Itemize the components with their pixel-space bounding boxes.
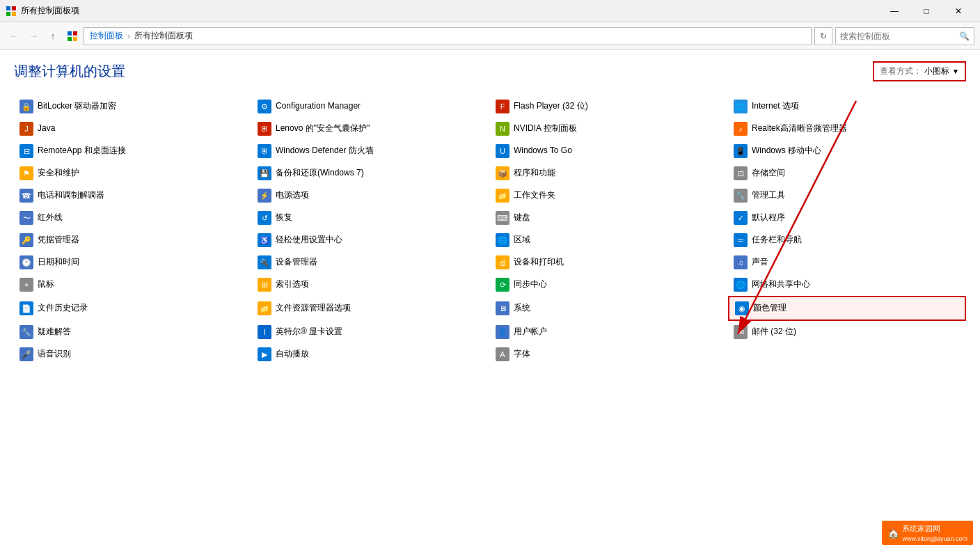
control-item[interactable]: ⚙ Configuration Manager bbox=[252, 95, 490, 118]
control-item[interactable]: ♿ 轻松使用设置中心 bbox=[252, 229, 490, 251]
svg-rect-1 bbox=[12, 6, 16, 10]
item-label: 系统 bbox=[514, 303, 530, 314]
control-item[interactable]: ⚑ 安全和维护 bbox=[14, 162, 252, 184]
control-item[interactable]: ⊡ 存储空间 bbox=[728, 162, 966, 184]
control-item[interactable]: ✉ 邮件 (32 位) bbox=[728, 321, 966, 343]
svg-text:◉: ◉ bbox=[738, 304, 745, 313]
breadcrumb-controlpanel[interactable]: 控制面板 bbox=[90, 30, 123, 42]
item-label: Internet 选项 bbox=[752, 101, 799, 112]
svg-text:📱: 📱 bbox=[736, 146, 745, 156]
control-item[interactable]: ⟳ 同步中心 bbox=[490, 274, 728, 296]
svg-text:♪: ♪ bbox=[738, 125, 743, 133]
control-item[interactable]: J Java bbox=[14, 118, 252, 140]
item-label: 日期和时间 bbox=[38, 257, 79, 268]
control-item[interactable]: I 英特尔® 显卡设置 bbox=[252, 321, 490, 343]
item-label: 程序和功能 bbox=[514, 168, 555, 179]
refresh-button[interactable]: ↻ bbox=[814, 27, 832, 45]
control-item[interactable]: 🖨 设备和打印机 bbox=[490, 251, 728, 274]
control-item[interactable]: ✓ 默认程序 bbox=[728, 207, 966, 229]
control-item[interactable]: 🔒 BitLocker 驱动器加密 bbox=[14, 95, 252, 118]
control-item[interactable]: F Flash Player (32 位) bbox=[490, 95, 728, 118]
control-item[interactable]: N NVIDIA 控制面板 bbox=[490, 118, 728, 140]
view-selector[interactable]: 查看方式： 小图标 ▼ bbox=[873, 61, 966, 81]
item-icon: ⌨ bbox=[496, 211, 509, 225]
item-label: 英特尔® 显卡设置 bbox=[276, 326, 342, 338]
control-item[interactable]: 📦 程序和功能 bbox=[490, 162, 728, 184]
close-button[interactable]: ✕ bbox=[942, 0, 974, 22]
control-item[interactable]: 📄 文件历史记录 bbox=[14, 296, 252, 321]
control-item[interactable]: 🔑 凭据管理器 bbox=[14, 229, 252, 251]
control-item[interactable]: ⛨ Windows Defender 防火墙 bbox=[252, 140, 490, 162]
control-item[interactable]: 📁 工作文件夹 bbox=[490, 184, 728, 207]
svg-text:🔑: 🔑 bbox=[22, 235, 31, 245]
control-item[interactable]: 🖥 系统 bbox=[490, 296, 728, 321]
item-icon: 🎤 bbox=[19, 347, 33, 361]
title-bar-text: 所有控制面板项 bbox=[21, 5, 878, 17]
control-item[interactable]: ▶ 自动播放 bbox=[252, 343, 490, 365]
item-icon: 🕐 bbox=[19, 255, 33, 269]
svg-text:⚑: ⚑ bbox=[23, 169, 30, 178]
item-icon: 📁 bbox=[258, 301, 271, 315]
control-item[interactable]: A 字体 bbox=[490, 343, 728, 365]
window-icon bbox=[6, 6, 17, 17]
item-icon: 🔧 bbox=[734, 189, 748, 203]
control-item[interactable]: ◉ 颜色管理 bbox=[728, 296, 966, 321]
svg-text:🌐: 🌐 bbox=[736, 102, 745, 111]
breadcrumb-allitems[interactable]: 所有控制面板项 bbox=[134, 30, 193, 42]
control-item[interactable]: ⌖ 鼠标 bbox=[14, 274, 252, 296]
item-label: 网络和共享中心 bbox=[752, 279, 810, 290]
control-item[interactable]: 📱 Windows 移动中心 bbox=[728, 140, 966, 162]
item-icon: 📦 bbox=[496, 166, 509, 180]
control-item[interactable]: 📁 文件资源管理器选项 bbox=[252, 296, 490, 321]
control-item[interactable]: ♪ Realtek高清晰音频管理器 bbox=[728, 118, 966, 140]
control-item[interactable]: 🔌 设备管理器 bbox=[252, 251, 490, 274]
svg-text:⊡: ⊡ bbox=[738, 169, 744, 178]
control-item[interactable]: ☎ 电话和调制解调器 bbox=[14, 184, 252, 207]
item-icon: ⛨ bbox=[258, 144, 271, 158]
item-icon: ♫ bbox=[734, 255, 748, 269]
control-item[interactable]: 🎤 语音识别 bbox=[14, 343, 252, 365]
control-item[interactable]: ↺ 恢复 bbox=[252, 207, 490, 229]
control-item[interactable]: 🕐 日期和时间 bbox=[14, 251, 252, 274]
control-item[interactable]: 〜 红外线 bbox=[14, 207, 252, 229]
control-item[interactable]: 🌐 区域 bbox=[490, 229, 728, 251]
svg-rect-6 bbox=[68, 37, 72, 41]
control-item[interactable]: 💾 备份和还原(Windows 7) bbox=[252, 162, 490, 184]
item-label: 任务栏和导航 bbox=[752, 235, 802, 246]
control-item[interactable]: 🌐 网络和共享中心 bbox=[728, 274, 966, 296]
home-button[interactable] bbox=[64, 28, 81, 45]
up-button[interactable]: ↑ bbox=[45, 28, 61, 45]
control-item[interactable]: 👤 用户帐户 bbox=[490, 321, 728, 343]
svg-text:💾: 💾 bbox=[260, 168, 269, 178]
control-item[interactable]: ═ 任务栏和导航 bbox=[728, 229, 966, 251]
control-item[interactable]: U Windows To Go bbox=[490, 140, 728, 162]
control-item[interactable]: 🔧 管理工具 bbox=[728, 184, 966, 207]
address-box[interactable]: 控制面板 › 所有控制面板项 bbox=[84, 27, 812, 45]
control-item[interactable]: ♫ 声音 bbox=[728, 251, 966, 274]
item-label: 备份和还原(Windows 7) bbox=[276, 168, 364, 179]
svg-text:⌨: ⌨ bbox=[497, 214, 508, 222]
minimize-button[interactable]: — bbox=[878, 0, 910, 22]
control-item[interactable]: ⛨ Lenovo 的"安全气囊保护" bbox=[252, 118, 490, 140]
item-label: 设备和打印机 bbox=[514, 257, 564, 268]
item-label: 设备管理器 bbox=[276, 257, 317, 268]
control-item[interactable]: ⌨ 键盘 bbox=[490, 207, 728, 229]
control-item[interactable]: ⚡ 电源选项 bbox=[252, 184, 490, 207]
control-item[interactable]: 🔧 疑难解答 bbox=[14, 321, 252, 343]
svg-text:🔒: 🔒 bbox=[22, 102, 31, 111]
item-icon: 🖥 bbox=[496, 301, 509, 315]
control-item[interactable]: ⊞ 索引选项 bbox=[252, 274, 490, 296]
control-item[interactable]: ⊟ RemoteApp 和桌面连接 bbox=[14, 140, 252, 162]
search-input[interactable] bbox=[840, 31, 959, 41]
svg-rect-4 bbox=[68, 31, 72, 36]
item-icon: ⟳ bbox=[496, 278, 509, 292]
item-icon: 🔑 bbox=[19, 233, 33, 247]
search-box[interactable]: 🔍 bbox=[835, 27, 974, 45]
breadcrumb: 控制面板 › 所有控制面板项 bbox=[90, 30, 193, 42]
control-item[interactable]: 🌐 Internet 选项 bbox=[728, 95, 966, 118]
maximize-button[interactable]: □ bbox=[910, 0, 942, 22]
back-button[interactable]: ← bbox=[6, 28, 22, 45]
svg-text:☎: ☎ bbox=[22, 191, 31, 200]
item-label: NVIDIA 控制面板 bbox=[514, 123, 577, 134]
forward-button[interactable]: → bbox=[25, 28, 42, 45]
